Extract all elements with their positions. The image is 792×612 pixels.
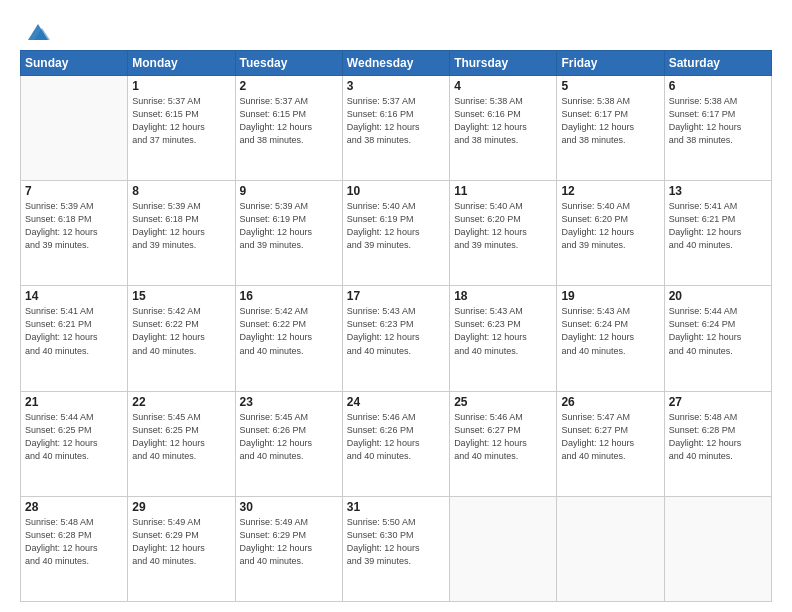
day-info: Sunrise: 5:49 AM Sunset: 6:29 PM Dayligh… — [132, 516, 230, 568]
day-info: Sunrise: 5:42 AM Sunset: 6:22 PM Dayligh… — [132, 305, 230, 357]
day-number: 20 — [669, 289, 767, 303]
calendar-cell: 17Sunrise: 5:43 AM Sunset: 6:23 PM Dayli… — [342, 286, 449, 391]
day-info: Sunrise: 5:46 AM Sunset: 6:26 PM Dayligh… — [347, 411, 445, 463]
day-number: 22 — [132, 395, 230, 409]
calendar-header-saturday: Saturday — [664, 51, 771, 76]
day-info: Sunrise: 5:45 AM Sunset: 6:25 PM Dayligh… — [132, 411, 230, 463]
day-number: 12 — [561, 184, 659, 198]
calendar-cell: 8Sunrise: 5:39 AM Sunset: 6:18 PM Daylig… — [128, 181, 235, 286]
calendar-cell: 7Sunrise: 5:39 AM Sunset: 6:18 PM Daylig… — [21, 181, 128, 286]
day-info: Sunrise: 5:37 AM Sunset: 6:15 PM Dayligh… — [240, 95, 338, 147]
calendar-cell: 6Sunrise: 5:38 AM Sunset: 6:17 PM Daylig… — [664, 76, 771, 181]
calendar-cell: 9Sunrise: 5:39 AM Sunset: 6:19 PM Daylig… — [235, 181, 342, 286]
day-info: Sunrise: 5:38 AM Sunset: 6:17 PM Dayligh… — [561, 95, 659, 147]
calendar-cell: 31Sunrise: 5:50 AM Sunset: 6:30 PM Dayli… — [342, 496, 449, 601]
calendar-cell: 10Sunrise: 5:40 AM Sunset: 6:19 PM Dayli… — [342, 181, 449, 286]
day-number: 9 — [240, 184, 338, 198]
day-number: 28 — [25, 500, 123, 514]
calendar-week-4: 28Sunrise: 5:48 AM Sunset: 6:28 PM Dayli… — [21, 496, 772, 601]
day-info: Sunrise: 5:45 AM Sunset: 6:26 PM Dayligh… — [240, 411, 338, 463]
day-number: 16 — [240, 289, 338, 303]
day-info: Sunrise: 5:39 AM Sunset: 6:18 PM Dayligh… — [132, 200, 230, 252]
calendar-week-1: 7Sunrise: 5:39 AM Sunset: 6:18 PM Daylig… — [21, 181, 772, 286]
day-info: Sunrise: 5:41 AM Sunset: 6:21 PM Dayligh… — [669, 200, 767, 252]
calendar-cell: 3Sunrise: 5:37 AM Sunset: 6:16 PM Daylig… — [342, 76, 449, 181]
calendar-cell: 28Sunrise: 5:48 AM Sunset: 6:28 PM Dayli… — [21, 496, 128, 601]
calendar-cell: 11Sunrise: 5:40 AM Sunset: 6:20 PM Dayli… — [450, 181, 557, 286]
day-info: Sunrise: 5:43 AM Sunset: 6:24 PM Dayligh… — [561, 305, 659, 357]
day-info: Sunrise: 5:38 AM Sunset: 6:17 PM Dayligh… — [669, 95, 767, 147]
calendar-cell: 5Sunrise: 5:38 AM Sunset: 6:17 PM Daylig… — [557, 76, 664, 181]
day-number: 2 — [240, 79, 338, 93]
day-number: 10 — [347, 184, 445, 198]
calendar-header-row: SundayMondayTuesdayWednesdayThursdayFrid… — [21, 51, 772, 76]
calendar-week-3: 21Sunrise: 5:44 AM Sunset: 6:25 PM Dayli… — [21, 391, 772, 496]
calendar-cell: 4Sunrise: 5:38 AM Sunset: 6:16 PM Daylig… — [450, 76, 557, 181]
calendar-cell: 30Sunrise: 5:49 AM Sunset: 6:29 PM Dayli… — [235, 496, 342, 601]
calendar-cell: 2Sunrise: 5:37 AM Sunset: 6:15 PM Daylig… — [235, 76, 342, 181]
calendar-cell: 12Sunrise: 5:40 AM Sunset: 6:20 PM Dayli… — [557, 181, 664, 286]
day-info: Sunrise: 5:38 AM Sunset: 6:16 PM Dayligh… — [454, 95, 552, 147]
day-number: 31 — [347, 500, 445, 514]
calendar-week-2: 14Sunrise: 5:41 AM Sunset: 6:21 PM Dayli… — [21, 286, 772, 391]
day-number: 3 — [347, 79, 445, 93]
calendar-table: SundayMondayTuesdayWednesdayThursdayFrid… — [20, 50, 772, 602]
day-info: Sunrise: 5:50 AM Sunset: 6:30 PM Dayligh… — [347, 516, 445, 568]
day-info: Sunrise: 5:48 AM Sunset: 6:28 PM Dayligh… — [669, 411, 767, 463]
day-number: 19 — [561, 289, 659, 303]
day-info: Sunrise: 5:37 AM Sunset: 6:15 PM Dayligh… — [132, 95, 230, 147]
calendar-cell: 21Sunrise: 5:44 AM Sunset: 6:25 PM Dayli… — [21, 391, 128, 496]
calendar-cell: 15Sunrise: 5:42 AM Sunset: 6:22 PM Dayli… — [128, 286, 235, 391]
day-info: Sunrise: 5:40 AM Sunset: 6:19 PM Dayligh… — [347, 200, 445, 252]
calendar-cell — [450, 496, 557, 601]
day-number: 27 — [669, 395, 767, 409]
day-info: Sunrise: 5:41 AM Sunset: 6:21 PM Dayligh… — [25, 305, 123, 357]
day-number: 23 — [240, 395, 338, 409]
calendar-cell: 27Sunrise: 5:48 AM Sunset: 6:28 PM Dayli… — [664, 391, 771, 496]
day-info: Sunrise: 5:42 AM Sunset: 6:22 PM Dayligh… — [240, 305, 338, 357]
logo — [20, 18, 52, 46]
calendar-cell: 29Sunrise: 5:49 AM Sunset: 6:29 PM Dayli… — [128, 496, 235, 601]
calendar-header-thursday: Thursday — [450, 51, 557, 76]
day-info: Sunrise: 5:39 AM Sunset: 6:18 PM Dayligh… — [25, 200, 123, 252]
calendar-header-sunday: Sunday — [21, 51, 128, 76]
day-number: 6 — [669, 79, 767, 93]
calendar-cell: 16Sunrise: 5:42 AM Sunset: 6:22 PM Dayli… — [235, 286, 342, 391]
day-number: 25 — [454, 395, 552, 409]
day-info: Sunrise: 5:49 AM Sunset: 6:29 PM Dayligh… — [240, 516, 338, 568]
day-number: 26 — [561, 395, 659, 409]
day-info: Sunrise: 5:47 AM Sunset: 6:27 PM Dayligh… — [561, 411, 659, 463]
calendar-cell: 22Sunrise: 5:45 AM Sunset: 6:25 PM Dayli… — [128, 391, 235, 496]
day-number: 30 — [240, 500, 338, 514]
day-info: Sunrise: 5:48 AM Sunset: 6:28 PM Dayligh… — [25, 516, 123, 568]
calendar-cell: 19Sunrise: 5:43 AM Sunset: 6:24 PM Dayli… — [557, 286, 664, 391]
calendar-week-0: 1Sunrise: 5:37 AM Sunset: 6:15 PM Daylig… — [21, 76, 772, 181]
logo-icon — [24, 18, 52, 46]
day-info: Sunrise: 5:40 AM Sunset: 6:20 PM Dayligh… — [454, 200, 552, 252]
calendar-cell: 18Sunrise: 5:43 AM Sunset: 6:23 PM Dayli… — [450, 286, 557, 391]
calendar-cell: 14Sunrise: 5:41 AM Sunset: 6:21 PM Dayli… — [21, 286, 128, 391]
day-number: 29 — [132, 500, 230, 514]
day-number: 15 — [132, 289, 230, 303]
calendar-header-friday: Friday — [557, 51, 664, 76]
day-info: Sunrise: 5:46 AM Sunset: 6:27 PM Dayligh… — [454, 411, 552, 463]
calendar-cell — [664, 496, 771, 601]
day-info: Sunrise: 5:44 AM Sunset: 6:25 PM Dayligh… — [25, 411, 123, 463]
day-number: 5 — [561, 79, 659, 93]
calendar-cell: 24Sunrise: 5:46 AM Sunset: 6:26 PM Dayli… — [342, 391, 449, 496]
calendar-cell: 25Sunrise: 5:46 AM Sunset: 6:27 PM Dayli… — [450, 391, 557, 496]
calendar-header-wednesday: Wednesday — [342, 51, 449, 76]
day-number: 14 — [25, 289, 123, 303]
calendar-header-tuesday: Tuesday — [235, 51, 342, 76]
day-number: 1 — [132, 79, 230, 93]
day-info: Sunrise: 5:40 AM Sunset: 6:20 PM Dayligh… — [561, 200, 659, 252]
day-number: 17 — [347, 289, 445, 303]
calendar-cell: 13Sunrise: 5:41 AM Sunset: 6:21 PM Dayli… — [664, 181, 771, 286]
day-info: Sunrise: 5:37 AM Sunset: 6:16 PM Dayligh… — [347, 95, 445, 147]
day-number: 8 — [132, 184, 230, 198]
day-info: Sunrise: 5:43 AM Sunset: 6:23 PM Dayligh… — [347, 305, 445, 357]
day-info: Sunrise: 5:44 AM Sunset: 6:24 PM Dayligh… — [669, 305, 767, 357]
calendar-cell: 23Sunrise: 5:45 AM Sunset: 6:26 PM Dayli… — [235, 391, 342, 496]
day-number: 13 — [669, 184, 767, 198]
day-number: 4 — [454, 79, 552, 93]
